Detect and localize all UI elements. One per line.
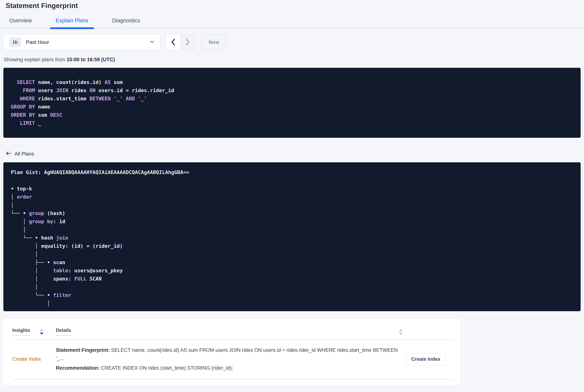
- page-title: Statement Fingerprint: [5, 2, 579, 10]
- code-line: Plan Gist: AgHUAQIABQAAAAHYAQIAiAEAAAADC…: [11, 168, 573, 176]
- now-button[interactable]: Now: [202, 34, 226, 50]
- status-prefix: Showing explain plans from: [4, 57, 67, 62]
- code-line: │ equality: (id) = (rider_id): [11, 242, 573, 250]
- code-line: │: [11, 283, 573, 291]
- code-line: ORDER BY sum DESC: [11, 111, 573, 119]
- tab-diagnostics[interactable]: Diagnostics: [107, 18, 146, 28]
- chevron-left-icon: [171, 38, 175, 46]
- code-line: LIMIT _: [11, 119, 573, 127]
- time-toolbar: 1h Past Hour Now: [3, 34, 581, 50]
- code-line: └── • group (hash): [11, 209, 573, 218]
- table-row: Create Index Statement Fingerprint: SELE…: [12, 340, 453, 379]
- code-line: [11, 176, 573, 185]
- status-line: Showing explain plans from 15:00 to 16:5…: [4, 57, 584, 62]
- code-line: │: [11, 226, 573, 234]
- recommendation-label: Recommendation:: [56, 365, 100, 371]
- statement-fingerprint-label: Statement Fingerprint:: [56, 347, 110, 353]
- time-range-label: Past Hour: [26, 39, 49, 45]
- code-line: │ table: users@users_pkey: [11, 266, 573, 275]
- code-line: │: [11, 201, 573, 209]
- recommendation-line: Recommendation: CREATE INDEX ON rides (s…: [56, 364, 401, 372]
- all-plans-label: All Plans: [14, 151, 34, 157]
- create-index-button[interactable]: Create Index: [406, 353, 446, 365]
- prev-time-button[interactable]: [166, 34, 180, 50]
- status-time-range: 15:00 to 16:59 (UTC): [67, 57, 115, 62]
- sort-indicator-right[interactable]: [399, 329, 403, 335]
- tab-overview[interactable]: Overview: [4, 18, 37, 28]
- code-line: │ spans: FULL SCAN: [11, 275, 573, 283]
- back-arrow-icon: [5, 151, 11, 157]
- time-range-dropdown[interactable]: 1h Past Hour: [3, 34, 160, 50]
- details-column-header[interactable]: Details: [56, 328, 71, 336]
- insights-table-header: Insights Details: [12, 328, 453, 336]
- chevron-right-icon: [185, 38, 190, 46]
- code-line: WHERE rides.start_time BETWEEN '_' AND '…: [11, 94, 573, 103]
- sort-up-icon: [40, 329, 43, 331]
- code-line: ├── • scan: [11, 258, 573, 266]
- code-line: │: [11, 299, 573, 308]
- time-pager: [166, 34, 195, 50]
- code-line: │ group by: id: [11, 218, 573, 226]
- next-time-button[interactable]: [180, 34, 195, 50]
- code-line: GROUP BY name: [11, 103, 573, 111]
- insights-table: Insights Details Create Index Statement …: [3, 319, 460, 385]
- time-range-badge: 1h: [9, 38, 21, 47]
- chevron-down-icon: [149, 40, 155, 44]
- insight-type-link[interactable]: Create Index: [12, 356, 56, 362]
- insights-column-header[interactable]: Insights: [12, 328, 30, 336]
- code-line: └── • hash join: [11, 234, 573, 242]
- code-line: │ order: [11, 193, 573, 201]
- table-row-divider: [12, 379, 453, 380]
- code-line: └── • filter: [11, 291, 573, 299]
- recommendation-text: CREATE INDEX ON rides (start_time) STORI…: [100, 365, 233, 371]
- sort-down-icon: [399, 332, 403, 335]
- sql-statement-block: SELECT name, count(rides.id) AS sum FROM…: [3, 68, 581, 138]
- sort-up-icon: [399, 329, 403, 331]
- code-line: • top-k: [11, 185, 573, 193]
- insight-details: Statement Fingerprint: SELECT name, coun…: [56, 346, 401, 372]
- tabs-bar: Overview Explain Plans Diagnostics: [0, 18, 584, 28]
- code-line: │: [11, 250, 573, 258]
- all-plans-link[interactable]: All Plans: [5, 151, 34, 157]
- tab-explain-plans[interactable]: Explain Plans: [50, 18, 94, 28]
- sort-down-icon: [40, 332, 43, 335]
- code-line: SELECT name, count(rides.id) AS sum: [11, 78, 573, 86]
- code-line: FROM users JOIN rides ON users.id = ride…: [11, 86, 573, 94]
- plan-gist-block: Plan Gist: AgHUAQIABQAAAAHYAQIAiAEAAAADC…: [3, 162, 581, 311]
- statement-fingerprint-line: Statement Fingerprint: SELECT name, coun…: [56, 346, 401, 362]
- sort-indicator-insights[interactable]: [40, 329, 43, 335]
